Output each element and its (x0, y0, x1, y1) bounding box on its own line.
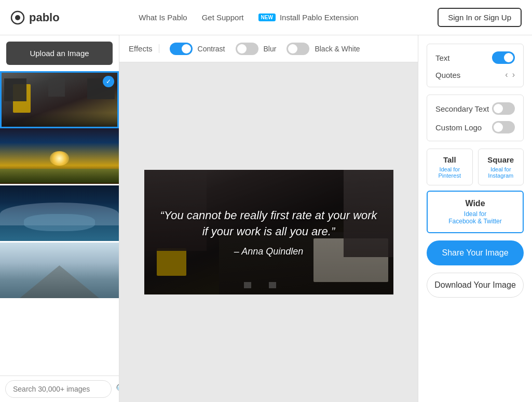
search-input[interactable] (5, 380, 112, 398)
contrast-slider (170, 43, 193, 55)
bw-label: Black & White (315, 45, 360, 53)
secondary-toggle-slider (492, 102, 515, 115)
tall-label: Tall (431, 155, 468, 164)
quotes-next[interactable]: › (512, 70, 515, 79)
blur-label: Blur (264, 45, 277, 53)
wide-sublabel: Ideal forFacebook & Twitter (432, 210, 519, 225)
bw-slider (287, 43, 309, 55)
canvas-wrapper: “You cannot be really first rate at your… (119, 62, 418, 402)
main-nav: What Is Pablo Get Support NEW Install Pa… (139, 13, 358, 22)
canvas-image: “You cannot be really first rate at your… (144, 170, 393, 294)
sidebar: Upload an Image ✓ (0, 35, 119, 402)
size-row-top: Tall Ideal forPinterest Square Ideal for… (427, 149, 524, 185)
square-label: Square (483, 155, 520, 164)
bw-control: Black & White (287, 43, 360, 55)
tall-sublabel: Ideal forPinterest (431, 166, 468, 179)
images-scroll: ✓ (0, 71, 119, 376)
nav-get-support[interactable]: Get Support (202, 13, 244, 22)
canvas-area: Effects Contrast Blur (119, 35, 418, 402)
effects-label: Effects (129, 44, 159, 53)
logo-icon (10, 10, 25, 25)
search-icon[interactable]: 🔍 (116, 383, 119, 395)
custom-logo-row: Custom Logo (435, 121, 515, 133)
images-list: ✓ (0, 71, 119, 300)
share-button[interactable]: Share Your Image (427, 240, 524, 265)
list-item[interactable] (0, 243, 119, 300)
text-toggle[interactable] (492, 51, 515, 64)
contrast-control: Contrast (170, 43, 225, 55)
custom-logo-label: Custom Logo (435, 123, 482, 132)
custom-logo-toggle[interactable] (492, 121, 515, 133)
canvas-text: “You cannot be really first rate at your… (157, 208, 381, 257)
signin-button[interactable]: Sign In or Sign Up (438, 8, 522, 27)
size-wide-button[interactable]: Wide Ideal forFacebook & Twitter (427, 191, 524, 233)
download-button[interactable]: Download Your Image (427, 273, 524, 298)
header: pablo What Is Pablo Get Support NEW Inst… (0, 0, 532, 35)
new-badge: NEW (258, 14, 276, 21)
text-toggle-slider (492, 51, 515, 64)
text-quotes-section: Text Quotes ‹ › (427, 44, 524, 87)
logo-text: pablo (29, 11, 60, 24)
quotes-label: Quotes (435, 71, 460, 79)
bw-toggle[interactable] (287, 43, 309, 55)
quotes-row: Quotes ‹ › (435, 70, 515, 79)
nav-what-is-pablo[interactable]: What Is Pablo (139, 13, 187, 22)
list-item[interactable] (0, 128, 119, 185)
quote-author: – Anna Quindlen (157, 246, 381, 257)
logo: pablo (10, 10, 60, 25)
square-sublabel: Ideal forInstagram (483, 166, 520, 179)
list-item[interactable] (0, 185, 119, 243)
contrast-label: Contrast (198, 45, 225, 53)
text-label: Text (435, 53, 450, 62)
quotes-nav: ‹ › (505, 70, 515, 79)
secondary-text-row: Secondary Text (435, 102, 515, 115)
logo-toggle-slider (492, 121, 515, 133)
quote-text: “You cannot be really first rate at your… (157, 208, 381, 240)
selected-check: ✓ (103, 76, 114, 87)
quotes-prev[interactable]: ‹ (505, 70, 508, 79)
svg-point-1 (15, 15, 20, 20)
blur-toggle[interactable] (236, 43, 258, 55)
blur-control: Blur (236, 43, 277, 55)
effects-bar: Effects Contrast Blur (119, 35, 418, 62)
nav-install-extension[interactable]: NEW Install Pablo Extension (258, 13, 359, 22)
list-item[interactable]: ✓ (0, 71, 119, 128)
search-bar: 🔍 (0, 376, 119, 402)
blur-slider (236, 43, 258, 55)
text-row: Text (435, 51, 515, 64)
wide-label: Wide (432, 199, 519, 208)
size-square-button[interactable]: Square Ideal forInstagram (478, 149, 524, 185)
secondary-text-toggle[interactable] (492, 102, 515, 115)
secondary-logo-section: Secondary Text Custom Logo (427, 95, 524, 141)
right-panel: Text Quotes ‹ › Secondary Text (418, 35, 532, 402)
secondary-text-label: Secondary Text (435, 104, 489, 113)
main-layout: Upload an Image ✓ (0, 35, 532, 402)
size-section: Tall Ideal forPinterest Square Ideal for… (427, 149, 524, 233)
upload-button[interactable]: Upload an Image (6, 42, 113, 65)
contrast-toggle[interactable] (170, 43, 193, 55)
size-tall-button[interactable]: Tall Ideal forPinterest (427, 149, 473, 185)
